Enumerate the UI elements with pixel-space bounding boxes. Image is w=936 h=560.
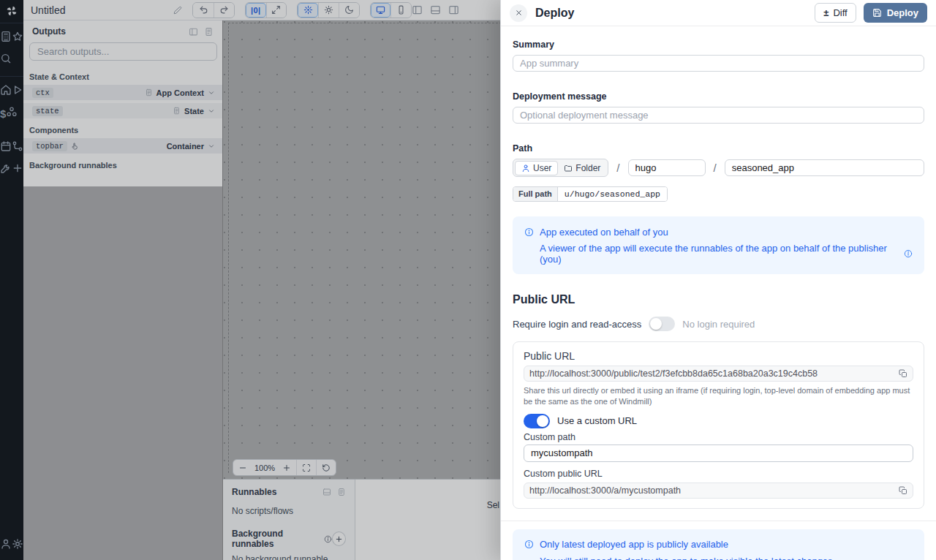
- deploy-drawer: Deploy ± Diff Deploy Summary Deployment …: [500, 0, 936, 560]
- require-login-label: Require login and read-access: [513, 319, 641, 330]
- share-hint-text: Share this url directly or embed it usin…: [524, 385, 913, 407]
- section-divider: [501, 521, 936, 521]
- owner-kind-user[interactable]: User: [515, 161, 558, 175]
- drawer-header: Deploy ± Diff Deploy: [501, 0, 936, 26]
- latest-info-title: Only latest deployed app is publicly ava…: [540, 539, 728, 550]
- full-path-badge: Full path u/hugo/seasoned_app: [513, 186, 668, 202]
- path-separator: /: [714, 162, 717, 174]
- info-icon[interactable]: [904, 248, 913, 260]
- custom-path-label: Custom path: [524, 432, 913, 442]
- plus-minus-icon: ±: [823, 7, 829, 18]
- execute-info-body: A viewer of the app will execute the run…: [540, 243, 899, 265]
- info-icon: [524, 539, 534, 550]
- close-icon: [515, 9, 523, 17]
- drawer-title: Deploy: [535, 7, 574, 20]
- summary-label: Summary: [513, 39, 924, 50]
- folder-icon: [564, 162, 573, 174]
- close-drawer-button[interactable]: [510, 4, 527, 22]
- path-name-input[interactable]: [725, 159, 924, 176]
- deployment-message-input[interactable]: [513, 107, 924, 124]
- save-icon: [872, 7, 882, 19]
- path-label: Path: [513, 143, 924, 154]
- owner-kind-toggle: User Folder: [513, 159, 608, 177]
- full-path-value: u/hugo/seasoned_app: [557, 187, 667, 201]
- deploy-button[interactable]: Deploy: [864, 3, 927, 23]
- path-row: User Folder / /: [513, 159, 924, 177]
- diff-button[interactable]: ± Diff: [815, 3, 856, 23]
- custom-url-value[interactable]: [529, 485, 899, 496]
- public-url-value[interactable]: [529, 368, 899, 379]
- public-url-card: Public URL Share this url directly or em…: [513, 341, 924, 509]
- login-status-text: No login required: [682, 319, 755, 330]
- public-url-card-label: Public URL: [524, 350, 913, 362]
- copy-icon[interactable]: [899, 369, 907, 378]
- custom-url-toggle[interactable]: [524, 414, 550, 428]
- drawer-backdrop[interactable]: [0, 0, 500, 560]
- copy-icon[interactable]: [899, 486, 907, 495]
- execute-info-box: App executed on behalf of you A viewer o…: [513, 216, 924, 274]
- require-login-toggle[interactable]: [649, 317, 675, 331]
- latest-deploy-info-box: Only latest deployed app is publicly ava…: [513, 529, 924, 560]
- path-owner-input[interactable]: [628, 159, 706, 176]
- execute-info-title: App executed on behalf of you: [540, 227, 668, 238]
- path-separator: /: [616, 162, 619, 174]
- custom-path-input[interactable]: [524, 444, 913, 462]
- custom-url-label: Custom public URL: [524, 469, 913, 479]
- public-url-heading: Public URL: [513, 293, 924, 306]
- custom-url-toggle-label: Use a custom URL: [557, 415, 637, 426]
- latest-info-body: You will still need to deploy the app to…: [540, 556, 833, 560]
- deployment-message-label: Deployment message: [513, 91, 924, 102]
- user-icon: [521, 162, 530, 174]
- info-icon: [524, 226, 534, 238]
- owner-kind-folder[interactable]: Folder: [558, 162, 606, 175]
- summary-input[interactable]: [513, 55, 924, 72]
